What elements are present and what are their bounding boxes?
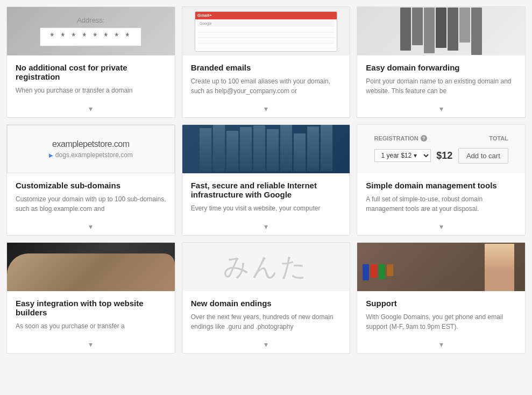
rack-2 bbox=[213, 125, 225, 171]
piano-key-5 bbox=[448, 8, 458, 51]
expand-chevron[interactable]: ▾ bbox=[264, 222, 268, 231]
card-desc: Point your domain name to an existing do… bbox=[366, 76, 516, 96]
question-mark-icon[interactable]: ? bbox=[421, 135, 427, 142]
item-red bbox=[371, 264, 377, 278]
card-footer: ▾ bbox=[7, 219, 175, 235]
feature-grid: Address: * * * * * * * * No additional c… bbox=[0, 0, 532, 360]
card-body: Fast, secure and reliable Internet infra… bbox=[182, 173, 350, 219]
rack-8 bbox=[294, 133, 306, 171]
rack-5 bbox=[253, 125, 265, 171]
card-domain-forwarding: Easy domain forwarding Point your domain… bbox=[357, 6, 526, 118]
card-body: New domain endings Over the next few yea… bbox=[182, 291, 350, 337]
card-footer: ▾ bbox=[357, 219, 525, 235]
address-label: Address: bbox=[77, 16, 104, 24]
rack-3 bbox=[226, 131, 238, 171]
card-body: Easy integration with top website builde… bbox=[7, 291, 175, 337]
expand-chevron[interactable]: ▾ bbox=[89, 222, 93, 231]
card-body: Customizable sub-domains Customize your … bbox=[7, 173, 175, 219]
item-green bbox=[379, 264, 385, 279]
gmail-mockup: Gmail+ Google bbox=[195, 11, 337, 52]
expand-chevron[interactable]: ▾ bbox=[264, 340, 268, 349]
card-desc: Over the next few years, hundreds of new… bbox=[191, 312, 342, 331]
rack-7 bbox=[280, 125, 292, 171]
card-body: Branded emails Create up to 100 email al… bbox=[182, 55, 350, 101]
piano-key-4 bbox=[436, 8, 446, 48]
kanji-characters: みんた bbox=[223, 250, 309, 284]
gmail-search-bar: Google bbox=[197, 20, 335, 27]
card-infrastructure: Fast, secure and reliable Internet infra… bbox=[182, 124, 351, 236]
gmail-row-2 bbox=[197, 34, 335, 38]
gmail-search-text: Google bbox=[197, 22, 212, 25]
rack-4 bbox=[240, 127, 252, 171]
expand-chevron[interactable]: ▾ bbox=[264, 104, 268, 113]
card-title: Simple domain management tools bbox=[366, 181, 516, 190]
total-price: $12 bbox=[436, 150, 452, 161]
mgmt-header: REGISTRATION ? TOTAL bbox=[374, 135, 508, 142]
card-desc: Customize your domain with up to 100 sub… bbox=[16, 194, 166, 214]
registration-widget: REGISTRATION ? TOTAL 1 year $12 ▾ $12 Ad… bbox=[374, 135, 508, 164]
expand-chevron[interactable]: ▾ bbox=[439, 340, 443, 349]
card-footer: ▾ bbox=[182, 337, 350, 353]
item-orange bbox=[387, 264, 393, 276]
card-title: Easy integration with top website builde… bbox=[16, 299, 166, 317]
card-footer: ▾ bbox=[357, 337, 525, 353]
support-visual bbox=[357, 243, 525, 291]
piano-key-7 bbox=[471, 8, 482, 55]
item-blue bbox=[363, 264, 369, 280]
rack-6 bbox=[267, 129, 279, 171]
add-to-cart-button[interactable]: Add to cart bbox=[458, 148, 508, 164]
card-title: New domain endings bbox=[191, 299, 342, 308]
card-body: Simple domain management tools A full se… bbox=[357, 173, 525, 219]
card-website-builders: Easy integration with top website builde… bbox=[6, 242, 175, 354]
card-footer: ▾ bbox=[7, 101, 175, 117]
expand-chevron[interactable]: ▾ bbox=[439, 222, 443, 231]
card-image-servers bbox=[182, 125, 350, 173]
total-label: TOTAL bbox=[489, 135, 508, 142]
expand-chevron[interactable]: ▾ bbox=[89, 340, 93, 349]
card-footer: ▾ bbox=[182, 219, 350, 235]
card-image-support bbox=[357, 243, 525, 291]
piano-keys bbox=[400, 8, 482, 55]
card-footer: ▾ bbox=[182, 101, 350, 117]
card-desc: Create up to 100 email aliases with your… bbox=[191, 76, 342, 96]
piano-key-1 bbox=[400, 8, 411, 51]
subdomain-sub-label: dogs.examplepetstore.com bbox=[55, 151, 133, 159]
expand-chevron[interactable]: ▾ bbox=[439, 104, 443, 113]
subdomain-arrow-icon: ▶ bbox=[49, 152, 53, 158]
card-title: Easy domain forwarding bbox=[366, 63, 516, 72]
card-private-registration: Address: * * * * * * * * No additional c… bbox=[6, 6, 175, 118]
registration-label: REGISTRATION ? bbox=[374, 135, 427, 142]
card-title: Branded emails bbox=[191, 63, 342, 72]
subdomain-sub-text: ▶ dogs.examplepetstore.com bbox=[49, 151, 133, 159]
card-title: Support bbox=[366, 299, 516, 308]
piano-key-3 bbox=[424, 8, 435, 53]
gmail-row-3 bbox=[197, 39, 335, 44]
card-subdomains: examplepetstore.com ▶ dogs.examplepetsto… bbox=[6, 124, 175, 236]
card-image-laptop bbox=[7, 243, 175, 291]
rack-1 bbox=[200, 128, 211, 171]
card-image-gmail: Gmail+ Google bbox=[182, 7, 350, 55]
piano-key-2 bbox=[412, 8, 423, 45]
card-footer: ▾ bbox=[7, 337, 175, 353]
year-select[interactable]: 1 year $12 ▾ bbox=[374, 149, 431, 162]
card-branded-emails: Gmail+ Google Branded emails Create up t… bbox=[182, 6, 351, 118]
laptop-visual bbox=[7, 243, 175, 291]
hand-typing-visual bbox=[7, 253, 175, 291]
piano-key-6 bbox=[459, 8, 470, 43]
card-image-management: REGISTRATION ? TOTAL 1 year $12 ▾ $12 Ad… bbox=[357, 125, 525, 173]
card-body: No additional cost for private registrat… bbox=[7, 55, 175, 101]
address-stars: * * * * * * * * bbox=[40, 27, 141, 46]
card-footer: ▾ bbox=[357, 101, 525, 117]
card-desc: A full set of simple-to-use, robust doma… bbox=[366, 194, 516, 214]
card-title: Customizable sub-domains bbox=[16, 181, 166, 190]
card-image-kanji: みんた bbox=[182, 243, 350, 291]
expand-chevron[interactable]: ▾ bbox=[89, 104, 93, 113]
shelf-items bbox=[363, 264, 393, 280]
person-body bbox=[485, 244, 514, 291]
card-body: Easy domain forwarding Point your domain… bbox=[357, 55, 525, 101]
rack-10 bbox=[321, 125, 332, 171]
card-title: No additional cost for private registrat… bbox=[16, 63, 166, 81]
support-scene bbox=[357, 243, 525, 291]
card-support: Support With Google Domains, you get pho… bbox=[357, 242, 526, 354]
card-image-subdomain: examplepetstore.com ▶ dogs.examplepetsto… bbox=[7, 125, 175, 173]
